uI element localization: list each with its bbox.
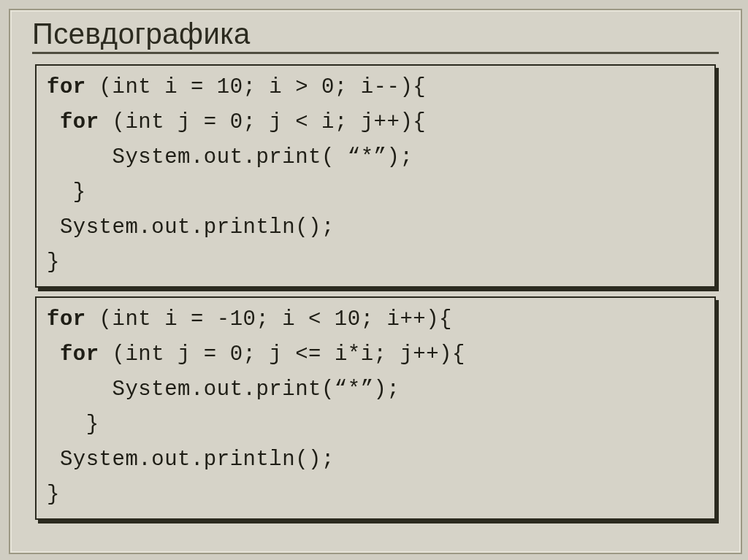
keyword-for: for <box>47 75 86 99</box>
code-line: } <box>47 245 704 280</box>
code-line: for (int i = 10; i > 0; i--){ <box>47 70 704 105</box>
code-line: System.out.print(“*”); <box>47 372 704 407</box>
code-line: System.out.println(); <box>47 210 704 245</box>
code-line: for (int j = 0; j < i; j++){ <box>47 105 704 140</box>
code-block-1: for (int i = 10; i > 0; i--){ for (int j… <box>35 64 716 288</box>
keyword-for: for <box>47 110 99 134</box>
code-line: System.out.println(); <box>47 442 704 477</box>
slide-title: Псевдографика <box>32 18 251 50</box>
code-line: } <box>47 175 704 210</box>
code-block-2: for (int i = -10; i < 10; i++){ for (int… <box>35 296 716 520</box>
code-text: (int i = 10; i > 0; i--){ <box>86 75 426 99</box>
code-text: (int i = -10; i < 10; i++){ <box>86 307 452 331</box>
code-text: (int j = 0; j < i; j++){ <box>99 110 427 134</box>
title-underline: Псевдографика <box>32 18 719 54</box>
code-line: } <box>47 477 704 513</box>
slide-frame: Псевдографика for (int i = 10; i > 0; i-… <box>9 9 742 554</box>
keyword-for: for <box>47 342 99 367</box>
keyword-for: for <box>47 307 86 331</box>
code-line: System.out.print( “*”); <box>47 140 704 175</box>
code-line: for (int i = -10; i < 10; i++){ <box>47 302 704 337</box>
code-text: (int j = 0; j <= i*i; j++){ <box>99 342 465 367</box>
code-line: } <box>47 407 704 442</box>
code-line: for (int j = 0; j <= i*i; j++){ <box>47 337 704 372</box>
